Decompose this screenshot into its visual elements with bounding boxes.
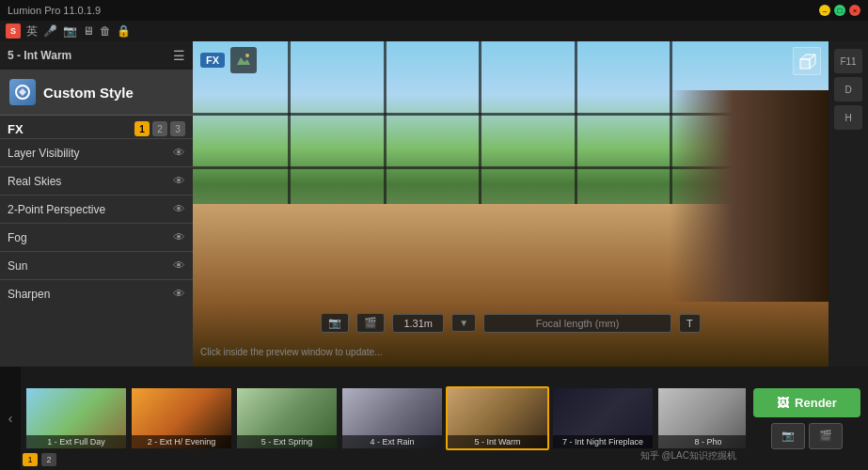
thumbnail-2[interactable]: 2 - Ext H/ Evening [130,386,233,450]
taskbar-s-icon[interactable]: S [6,24,21,39]
taskbar-lock-icon[interactable]: 🔒 [117,24,131,38]
render-photo-btn[interactable]: 📷 [771,423,805,449]
bottom-page-buttons: 1 2 [23,453,56,466]
eye-icon-layer-visibility[interactable]: 👁 [173,146,185,160]
eye-icon-real-skies[interactable]: 👁 [173,174,185,188]
thumbnail-6[interactable]: 7 - Int Night Fireplace [551,386,655,450]
thumbnail-label-6: 7 - Int Night Fireplace [553,435,653,448]
viewport-overlay-top: FX [200,47,257,73]
fx-item-label-sharpen: Sharpen [8,288,50,301]
dropdown-arrow-btn[interactable]: ▼ [451,314,476,332]
close-button[interactable]: × [849,5,860,16]
hamburger-icon[interactable]: ☰ [173,48,185,63]
thumbnail-label-1: 1 - Ext Full Day [26,435,126,448]
taskbar-monitor-icon[interactable]: 🖥 [83,24,94,38]
target-icon: T [687,318,693,329]
time-input[interactable]: 1.31m [392,314,444,333]
taskbar: S 英 🎤 📷 🖥 🗑 🔒 [0,21,868,41]
fx-item-real-skies[interactable]: Real Skies 👁 [0,166,193,195]
focal-length-input[interactable]: Focal length (mm) [483,314,671,333]
thumbnail-label-4: 4 - Ext Rain [342,435,442,448]
fx-item-sun[interactable]: Sun 👁 [0,251,193,279]
viewport-controls-bottom: 📷 🎬 1.31m ▼ Focal length (mm) T [193,313,829,333]
render-button[interactable]: 🖼 Render [753,388,860,417]
status-bar: Click inside the preview window to updat… [200,347,821,357]
fx-section: FX 1 2 3 [0,116,193,138]
fx-viewport-badge: FX [200,53,225,68]
scene-icon [230,47,257,73]
custom-style-label: Custom Style [43,85,134,101]
fx-item-label-2point-perspective: 2-Point Perspective [8,203,105,216]
h-label: H [844,113,851,123]
eye-icon-2point-perspective[interactable]: 👁 [173,202,185,216]
thumbnail-label-3: 5 - Ext Spring [237,435,337,448]
right-btn-d[interactable]: D [834,77,862,102]
dropdown-arrow-icon: ▼ [459,318,468,328]
fx-item-layer-visibility[interactable]: Layer Visibility 👁 [0,138,193,166]
thumbnail-5[interactable]: 5 - Int Warm [446,386,549,450]
filmstrip-area: ‹ 1 - Ext Full Day 2 - Ext H/ Evening 5 … [0,367,868,470]
video-btn[interactable]: 🎬 [356,313,385,333]
status-text: Click inside the preview window to updat… [200,347,382,357]
target-btn[interactable]: T [679,314,701,333]
render-icon: 🖼 [777,396,789,410]
fx-label: FX [8,122,24,136]
page-btn-2[interactable]: 2 [41,453,56,466]
sidebar-title: 5 - Int Warm [8,49,71,62]
thumbnail-label-5: 5 - Int Warm [448,435,547,448]
title-bar: Lumion Pro 11.0.1.9 – □ × [0,0,868,21]
fx-tab-3[interactable]: 3 [170,121,185,136]
window-controls: – □ × [819,5,860,16]
svg-rect-2 [800,59,810,69]
fx-item-label-fog: Fog [8,231,27,244]
camera-btn[interactable]: 📷 [321,313,349,333]
camera-icon: 📷 [328,317,341,329]
eye-icon-sharpen[interactable]: 👁 [173,287,185,301]
taskbar-camera-icon[interactable]: 📷 [63,24,77,38]
nav-cube-display [793,47,821,75]
fx-item-label-real-skies: Real Skies [8,175,61,188]
taskbar-lang-icon[interactable]: 英 [26,24,38,39]
taskbar-trash-icon[interactable]: 🗑 [100,24,111,38]
render-video-btn[interactable]: 🎬 [809,423,843,449]
thumbnail-4[interactable]: 4 - Ext Rain [340,386,444,450]
d-label: D [844,85,851,95]
right-panel: F11 D H [829,41,868,367]
fx-item-fog[interactable]: Fog 👁 [0,223,193,251]
fx-item-sharpen[interactable]: Sharpen 👁 [0,279,193,307]
minimize-button[interactable]: – [819,5,830,16]
main-area: 5 - Int Warm ☰ Custom Style FX 1 2 3 [0,41,868,367]
sidebar-title-bar: 5 - Int Warm ☰ [0,41,193,70]
right-btn-h[interactable]: H [834,105,862,130]
wall-area [670,90,829,302]
filmstrip-nav-left[interactable]: ‹ [0,367,21,470]
custom-style-icon [9,79,36,105]
svg-point-1 [245,54,249,57]
watermark-text: 知乎 @LAC知识挖掘机 [640,450,736,461]
thumbnail-1[interactable]: 1 - Ext Full Day [24,386,128,450]
video-icon: 🎬 [364,317,377,329]
filmstrip-scroll: 1 - Ext Full Day 2 - Ext H/ Evening 5 - … [21,367,746,470]
thumbnail-label-7: 8 - Pho [658,435,746,448]
viewport-canvas[interactable]: FX [193,41,829,367]
taskbar-mic-icon[interactable]: 🎤 [43,24,57,38]
thumbnail-7[interactable]: 8 - Pho [656,386,746,450]
eye-icon-sun[interactable]: 👁 [173,258,185,273]
page-btn-1[interactable]: 1 [23,453,38,466]
thumbnail-3[interactable]: 5 - Ext Spring [235,386,339,450]
nav-cube[interactable] [793,47,821,75]
custom-style-header[interactable]: Custom Style [0,70,193,116]
right-btn-f11[interactable]: F11 [834,49,862,73]
eye-icon-fog[interactable]: 👁 [173,230,185,244]
fx-item-2point-perspective[interactable]: 2-Point Perspective 👁 [0,195,193,223]
fx-tabs: 1 2 3 [134,121,185,136]
maximize-button[interactable]: □ [834,5,845,16]
fx-item-label-layer-visibility: Layer Visibility [8,147,79,160]
fx-tab-2[interactable]: 2 [152,121,167,136]
viewport-area[interactable]: FX [193,41,829,367]
render-label: Render [795,396,837,410]
watermark: 知乎 @LAC知识挖掘机 [640,449,736,462]
thumbnail-label-2: 2 - Ext H/ Evening [132,435,231,448]
fx-tab-1[interactable]: 1 [134,121,150,136]
sidebar: 5 - Int Warm ☰ Custom Style FX 1 2 3 [0,41,193,367]
